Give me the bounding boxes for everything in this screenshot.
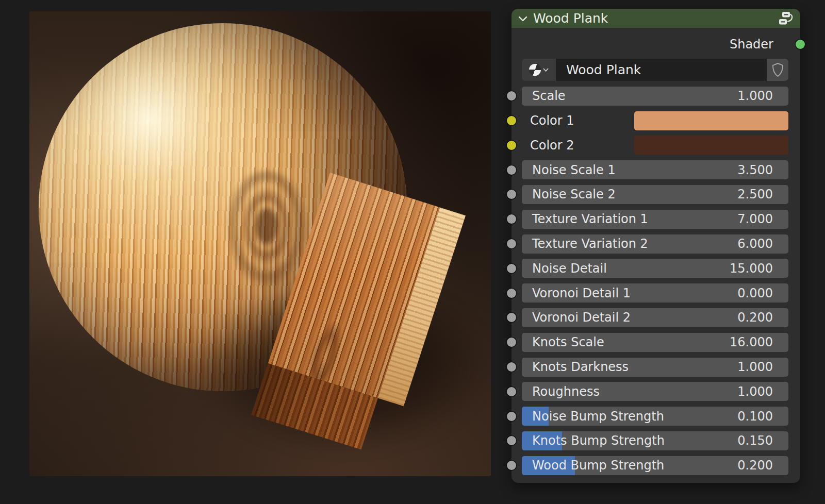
param-label: Knots Darkness [522, 360, 629, 374]
param-row-color-1[interactable]: Color 1 [522, 111, 788, 130]
color-swatch-color-1[interactable] [634, 111, 788, 130]
input-socket-texture-variation-1[interactable] [507, 214, 516, 224]
param-value: 1.000 [737, 384, 788, 399]
param-label: Knots Scale [522, 335, 604, 349]
input-socket-knots-bump-strength[interactable] [507, 436, 516, 445]
input-socket-scale[interactable] [507, 91, 516, 100]
param-list: Scale1.000Color 1Color 2Noise Scale 13.5… [512, 87, 800, 475]
param-label: Noise Scale 2 [522, 187, 616, 201]
param-value: 1.000 [737, 360, 788, 374]
param-row-noise-detail[interactable]: Noise Detail15.000 [522, 259, 788, 278]
chevron-down-icon [543, 68, 549, 72]
param-label: Texture Variation 1 [522, 212, 648, 226]
shield-icon [771, 62, 784, 77]
param-row-color-2[interactable]: Color 2 [522, 136, 788, 155]
chevron-down-icon[interactable] [518, 15, 527, 22]
param-row-scale[interactable]: Scale1.000 [522, 87, 788, 106]
param-row-noise-bump-strength[interactable]: Noise Bump Strength0.100 [522, 407, 788, 426]
material-sphere-icon [529, 64, 541, 76]
param-value: 0.200 [737, 458, 788, 473]
param-row-noise-scale-2[interactable]: Noise Scale 22.500 [522, 185, 788, 204]
input-socket-noise-scale-1[interactable] [507, 165, 516, 175]
param-value: 6.000 [737, 237, 788, 251]
material-name-field[interactable]: Wood Plank [556, 59, 767, 81]
param-value: 0.150 [737, 433, 788, 448]
node-header[interactable]: Wood Plank [512, 9, 800, 28]
input-socket-wood-bump-strength[interactable] [507, 461, 516, 470]
material-browse-button[interactable] [522, 59, 556, 81]
param-label: Voronoi Detail 2 [522, 310, 631, 325]
input-socket-knots-scale[interactable] [507, 338, 516, 347]
param-value: 15.000 [730, 261, 788, 276]
node-group-icon[interactable] [777, 11, 794, 26]
fake-user-button[interactable] [767, 59, 788, 81]
param-value: 0.200 [737, 310, 788, 325]
input-socket-voronoi-detail-2[interactable] [507, 313, 516, 322]
param-label: Scale [522, 89, 566, 103]
param-label: Texture Variation 2 [522, 237, 648, 251]
material-selector: Wood Plank [522, 59, 788, 81]
param-label: Noise Bump Strength [522, 409, 664, 424]
param-row-texture-variation-2[interactable]: Texture Variation 26.000 [522, 234, 788, 254]
param-label: Color 2 [522, 138, 574, 153]
output-label: Shader [730, 37, 773, 52]
param-row-noise-scale-1[interactable]: Noise Scale 13.500 [522, 160, 788, 179]
material-preview-image [29, 11, 491, 476]
node-title: Wood Plank [533, 11, 777, 26]
param-row-roughness[interactable]: Roughness1.000 [522, 382, 788, 401]
param-row-knots-bump-strength[interactable]: Knots Bump Strength0.150 [522, 431, 788, 450]
input-socket-color-1[interactable] [507, 116, 516, 125]
param-value: 2.500 [737, 187, 788, 201]
param-value: 3.500 [737, 163, 788, 177]
output-row-shader: Shader [512, 35, 800, 54]
shader-output-socket[interactable] [796, 40, 805, 49]
param-value: 0.000 [737, 286, 788, 300]
param-row-knots-darkness[interactable]: Knots Darkness1.000 [522, 358, 788, 377]
input-socket-noise-detail[interactable] [507, 264, 516, 273]
input-socket-roughness[interactable] [507, 387, 516, 396]
param-value: 16.000 [730, 335, 788, 349]
param-row-texture-variation-1[interactable]: Texture Variation 17.000 [522, 210, 788, 229]
param-label: Knots Bump Strength [522, 433, 665, 448]
param-label: Noise Scale 1 [522, 163, 616, 177]
param-value: 0.100 [737, 409, 788, 424]
param-value: 1.000 [737, 89, 788, 103]
param-row-voronoi-detail-2[interactable]: Voronoi Detail 20.200 [522, 308, 788, 327]
input-socket-texture-variation-2[interactable] [507, 239, 516, 248]
input-socket-knots-darkness[interactable] [507, 362, 516, 372]
input-socket-voronoi-detail-1[interactable] [507, 289, 516, 298]
input-socket-noise-scale-2[interactable] [507, 190, 516, 199]
param-label: Noise Detail [522, 261, 607, 276]
param-label: Voronoi Detail 1 [522, 286, 631, 300]
param-row-wood-bump-strength[interactable]: Wood Bump Strength0.200 [522, 456, 788, 475]
param-row-knots-scale[interactable]: Knots Scale16.000 [522, 333, 788, 352]
param-label: Color 1 [522, 113, 574, 128]
param-label: Roughness [522, 384, 600, 399]
wood-plank-node: Wood Plank Shader Wood Plank [512, 9, 800, 483]
param-row-voronoi-detail-1[interactable]: Voronoi Detail 10.000 [522, 283, 788, 303]
param-label: Wood Bump Strength [522, 458, 664, 473]
param-value: 7.000 [737, 212, 788, 226]
color-swatch-color-2[interactable] [634, 136, 788, 155]
input-socket-noise-bump-strength[interactable] [507, 412, 516, 421]
input-socket-color-2[interactable] [507, 141, 516, 150]
